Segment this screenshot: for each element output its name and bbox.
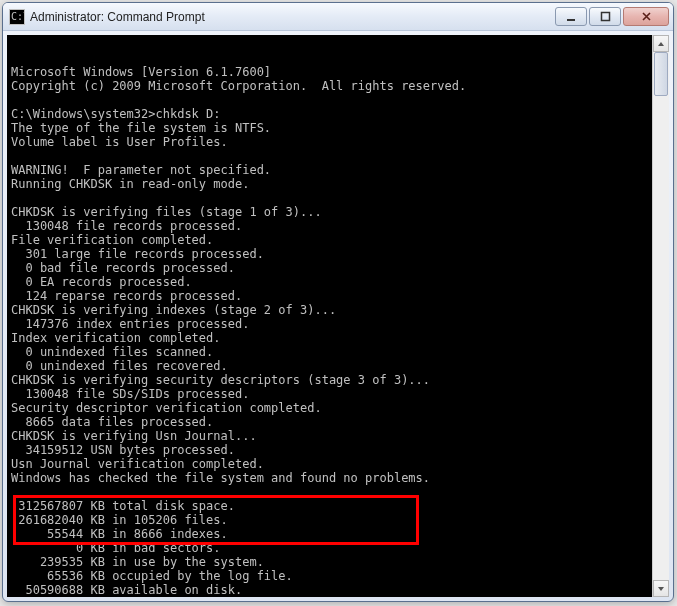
titlebar[interactable]: C:\ Administrator: Command Prompt (3, 3, 673, 31)
window-frame: C:\ Administrator: Command Prompt Micros… (2, 2, 674, 602)
console-text: Microsoft Windows [Version 6.1.7600] Cop… (11, 65, 648, 597)
client-area: Microsoft Windows [Version 6.1.7600] Cop… (7, 35, 669, 597)
scrollbar-thumb[interactable] (654, 52, 668, 96)
scroll-up-button[interactable] (653, 35, 669, 52)
maximize-button[interactable] (589, 7, 621, 26)
scroll-down-button[interactable] (653, 580, 669, 597)
window-title: Administrator: Command Prompt (30, 10, 205, 24)
close-button[interactable] (623, 7, 669, 26)
scrollbar-track[interactable] (653, 52, 669, 580)
vertical-scrollbar[interactable] (652, 35, 669, 597)
minimize-button[interactable] (555, 7, 587, 26)
svg-text:C:\: C:\ (11, 11, 25, 22)
cmd-icon: C:\ (9, 9, 25, 25)
console-output[interactable]: Microsoft Windows [Version 6.1.7600] Cop… (7, 35, 652, 597)
svg-rect-4 (601, 13, 609, 21)
svg-rect-3 (567, 19, 575, 21)
